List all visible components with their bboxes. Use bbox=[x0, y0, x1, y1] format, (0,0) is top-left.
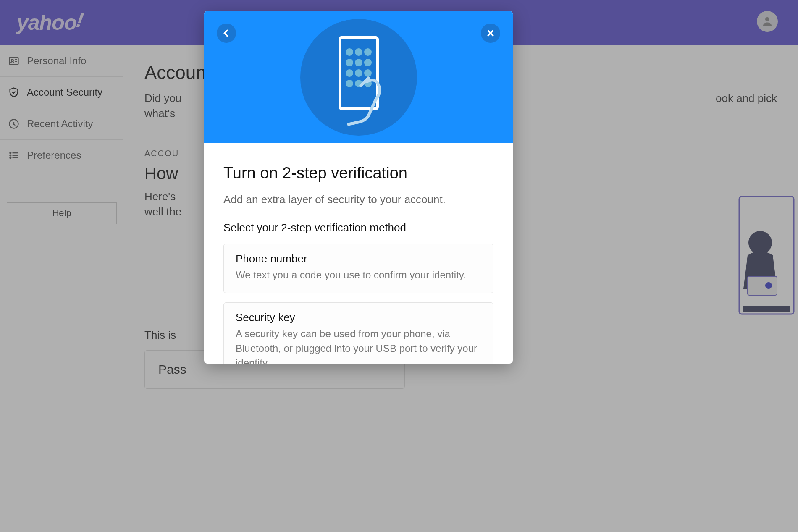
svg-point-26 bbox=[346, 69, 353, 77]
chevron-left-icon bbox=[221, 28, 232, 39]
hero-illustration bbox=[300, 19, 417, 136]
modal-title: Turn on 2-step verification bbox=[223, 164, 494, 182]
back-button[interactable] bbox=[217, 24, 236, 43]
svg-point-28 bbox=[364, 69, 372, 77]
close-icon bbox=[485, 28, 496, 39]
option-title: Phone number bbox=[236, 252, 481, 265]
close-button[interactable] bbox=[481, 24, 500, 43]
svg-point-25 bbox=[364, 59, 372, 66]
svg-point-23 bbox=[346, 59, 353, 66]
two-step-modal: Turn on 2-step verification Add an extra… bbox=[204, 11, 513, 364]
modal-select-label: Select your 2-step verification method bbox=[223, 221, 494, 234]
modal-header bbox=[204, 11, 513, 143]
option-title: Security key bbox=[236, 311, 481, 324]
svg-point-27 bbox=[355, 69, 362, 77]
option-phone-number[interactable]: Phone number We text you a code you use … bbox=[223, 244, 494, 293]
svg-point-29 bbox=[346, 80, 353, 87]
option-desc: We text you a code you use to confirm yo… bbox=[236, 268, 481, 283]
svg-point-22 bbox=[364, 48, 372, 56]
option-desc: A security key can be used from your pho… bbox=[236, 327, 481, 364]
option-security-key[interactable]: Security key A security key can be used … bbox=[223, 302, 494, 364]
svg-point-20 bbox=[346, 48, 353, 56]
modal-description: Add an extra layer of security to your a… bbox=[223, 193, 494, 206]
svg-point-21 bbox=[355, 48, 362, 56]
phone-keypad-icon bbox=[317, 29, 401, 126]
svg-point-24 bbox=[355, 59, 362, 66]
